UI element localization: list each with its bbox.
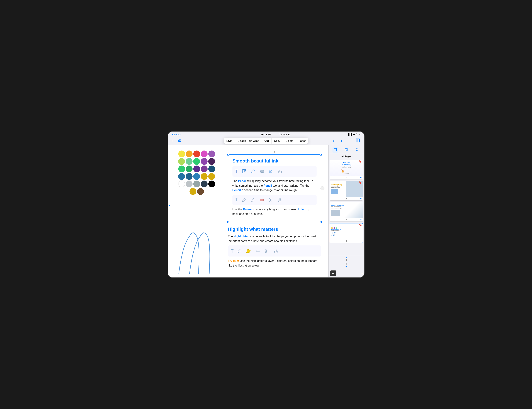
pencil-link2[interactable]: Pencil	[264, 184, 272, 187]
pencil-link3[interactable]: Pencil	[232, 189, 241, 192]
thumb3-body: Draw on PDFs, importdocuments and images	[331, 206, 342, 209]
color-dark-purple	[208, 158, 215, 165]
color-dark-gray	[201, 181, 208, 187]
scroll-down-icon[interactable]: ▼	[345, 265, 348, 268]
page-thumb-1[interactable]: 🔖 Welcometo Notability Powerful, yet won…	[330, 160, 363, 180]
svg-point-16	[265, 250, 267, 251]
sidebar-bottom: ⋯	[329, 269, 364, 277]
svg-point-8	[269, 170, 271, 171]
context-paper[interactable]: Paper	[296, 138, 308, 144]
pages-view-button[interactable]	[332, 147, 338, 153]
toolbar: ‹ ↩ Style Disable Text Wrap Cut Copy Del…	[168, 136, 364, 145]
back-nav[interactable]: ◀ Search	[171, 133, 181, 136]
color-light-green	[186, 158, 192, 165]
context-delete[interactable]: Delete	[283, 138, 296, 144]
drag-handle[interactable]: ≡	[274, 151, 275, 154]
scroll-up-icon[interactable]: ▲	[345, 256, 348, 259]
svg-rect-1	[358, 139, 360, 142]
color-tan	[190, 188, 196, 195]
more-btn-1[interactable]: ⋯	[360, 176, 362, 179]
bookmark-button[interactable]	[343, 147, 349, 153]
strikethrough-text: surfboard like the illustration below	[228, 259, 317, 267]
status-date: Tue Mar 31	[279, 133, 290, 136]
color-orange	[186, 151, 192, 157]
try-this-label: Try this:	[228, 259, 239, 263]
context-disable-text-wrap[interactable]: Disable Text Wrap	[235, 138, 262, 144]
context-style[interactable]: Style	[224, 138, 235, 144]
text-tool-icon3: T	[231, 248, 234, 254]
page-edge-dots	[169, 204, 170, 206]
page-num-3: 3	[330, 218, 363, 221]
bookmark-1: 🔖	[359, 160, 362, 163]
thumb1-subtitle: Powerful, yet wonderfullysimple note-tak…	[340, 165, 352, 168]
resize-handle[interactable]: ⟳	[321, 186, 324, 190]
context-copy[interactable]: Copy	[272, 138, 283, 144]
sidebar: All Pages 🔖 Welcometo Notability Powerfu…	[328, 145, 364, 277]
more-btn-2[interactable]: ⋯	[360, 197, 362, 200]
svg-point-17	[265, 251, 267, 253]
highlighter-link[interactable]: Highlighter	[234, 235, 249, 238]
text-tool-icon: T	[235, 169, 238, 174]
context-cut[interactable]: Cut	[262, 138, 272, 144]
share-button[interactable]	[176, 138, 183, 144]
context-menu: Style Disable Text Wrap Cut Copy Delete …	[224, 138, 308, 144]
more-btn-4[interactable]: ⋯	[360, 240, 362, 242]
undo-link[interactable]: Undo	[297, 208, 304, 211]
zoom-button[interactable]	[330, 271, 336, 276]
toolbar-right: + ⋯	[339, 138, 361, 144]
color-blue	[178, 173, 185, 180]
thumb2-body: Add text, images,sketches and audio	[331, 186, 340, 188]
wifi-icon: ↬	[353, 133, 355, 136]
battery-status: 71%	[356, 133, 361, 136]
eraser-icon2	[255, 248, 261, 254]
handle-br[interactable]	[320, 221, 322, 223]
color-black	[208, 181, 215, 187]
undo-button[interactable]: ↩	[331, 138, 337, 144]
text-box-selected[interactable]: ⟳ Smooth beautiful ink T	[228, 155, 321, 222]
svg-point-19	[356, 149, 358, 151]
pencil-icon	[241, 168, 247, 174]
document-area[interactable]: ≡ ⟳ Smooth beautiful ink T	[168, 145, 328, 277]
pencil2-icon	[250, 168, 256, 174]
main-content: ≡ ⟳ Smooth beautiful ink T	[168, 145, 364, 277]
scissors-icon3	[264, 248, 270, 254]
status-left: ◀ Search	[171, 133, 181, 136]
page-thumb-3[interactable]: Graphs & handwriting Draw on PDFs, impor…	[330, 202, 363, 222]
more-button[interactable]: ⋯	[346, 138, 352, 144]
page-num-2: 2	[330, 197, 363, 200]
sidebar-toolbar	[329, 145, 364, 154]
handle-tr[interactable]	[320, 154, 322, 155]
add-button[interactable]: +	[339, 138, 344, 144]
book-view-button[interactable]	[354, 138, 361, 144]
more-btn-3[interactable]: ⋯	[360, 218, 362, 221]
status-time: 10:32 AM	[261, 133, 271, 136]
scissors-icon2	[268, 197, 274, 203]
svg-rect-14	[256, 250, 260, 252]
sidebar-more-button[interactable]: ⋯	[360, 271, 363, 275]
handle-tl[interactable]	[227, 154, 229, 155]
thumb3-line1: Graphs & handwriting	[331, 204, 344, 206]
page-thumb-2[interactable]: 🔖 Note Everything! Add text, images,sket…	[330, 181, 363, 200]
back-button[interactable]: ‹	[171, 138, 175, 144]
tool-row-1: T	[232, 166, 317, 177]
handle-bl[interactable]	[227, 221, 229, 223]
search-sidebar-button[interactable]	[354, 147, 360, 153]
status-right: ▐▐▐ ↬ 71%	[347, 133, 361, 136]
svg-rect-6	[261, 170, 264, 173]
page-thumb-4[interactable]: 🔖 Smooth beautiful ink Highlight what ma…	[330, 223, 363, 243]
eraser-link[interactable]: Eraser	[243, 208, 252, 211]
svg-line-5	[254, 170, 255, 171]
eraser-icon-top	[259, 168, 265, 174]
pencil-link1[interactable]: Pencil	[238, 180, 247, 182]
all-pages-label: All Pages	[329, 154, 364, 159]
color-palette	[171, 151, 222, 196]
svg-point-12	[269, 199, 270, 200]
hand-icon	[277, 168, 283, 174]
try-this-text: Try this: Use the highlighter to layer 2…	[228, 259, 321, 268]
color-gray	[193, 181, 200, 187]
curve-drawing	[173, 227, 224, 274]
thumb1-title: Welcometo Notability	[340, 162, 352, 165]
thumb1-stars: ★★★★★	[340, 173, 352, 174]
color-purple	[208, 151, 215, 157]
bookmark-2: 🔖	[359, 181, 362, 184]
